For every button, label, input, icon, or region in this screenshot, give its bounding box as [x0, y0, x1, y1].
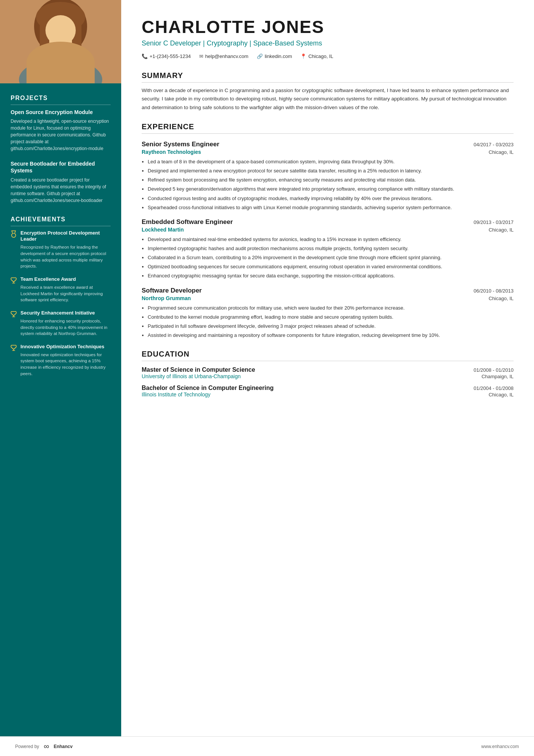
- svg-rect-5: [72, 19, 81, 49]
- achievement-item-2: Team Excellence Award Received a team ex…: [11, 276, 111, 303]
- job-1-bullet-1: Led a team of 8 in the development of a …: [148, 158, 514, 166]
- email-contact: ✉ help@enhancv.com: [199, 53, 248, 59]
- summary-text: With over a decade of experience in C pr…: [142, 86, 514, 112]
- svg-point-10: [19, 59, 102, 83]
- linkedin-url: linkedin.com: [265, 53, 292, 59]
- phone-contact: 📞 +1-(234)-555-1234: [142, 53, 191, 59]
- enhancv-symbol: ∞: [44, 742, 49, 751]
- job-2-dates: 09/2013 - 03/2017: [473, 219, 514, 225]
- job-2-header: Embedded Software Engineer 09/2013 - 03/…: [142, 218, 514, 226]
- sidebar-content: PROJECTS Open Source Encryption Module D…: [0, 83, 121, 756]
- edu-1-dates: 01/2008 - 01/2010: [473, 367, 514, 373]
- edu-1: Master of Science in Computer Science 01…: [142, 366, 514, 379]
- powered-by-label: Powered by: [15, 744, 39, 749]
- job-2-company-row: Lockheed Martin Chicago, IL: [142, 227, 514, 233]
- project-2-title: Secure Bootloader for Embedded Systems: [11, 160, 111, 174]
- job-3-dates: 06/2010 - 08/2013: [473, 288, 514, 294]
- job-1-bullet-3: Refined system boot processing and file …: [148, 176, 514, 184]
- achievement-item-1: Encryption Protocol Development Leader R…: [11, 230, 111, 269]
- photo-placeholder: [0, 0, 121, 83]
- job-3: Software Developer 06/2010 - 08/2013 Nor…: [142, 287, 514, 340]
- medal-icon: [11, 230, 17, 269]
- trophy-icon-1: [11, 277, 17, 303]
- job-2-location: Chicago, IL: [489, 227, 514, 233]
- svg-point-6: [51, 31, 56, 35]
- achievements-title: ACHIEVEMENTS: [11, 216, 111, 226]
- edu-2-location: Chicago, IL: [489, 392, 514, 398]
- phone-icon: 📞: [142, 53, 148, 59]
- project-item-2: Secure Bootloader for Embedded Systems C…: [11, 160, 111, 203]
- achievement-item-4: Innovative Optimization Techniques Innov…: [11, 344, 111, 377]
- project-1-desc: Developed a lightweight, open-source enc…: [11, 118, 111, 152]
- footer-powered-by: Powered by ∞ Enhancv: [15, 742, 73, 751]
- job-3-location: Chicago, IL: [489, 296, 514, 301]
- achievement-4-title: Innovative Optimization Techniques: [20, 344, 111, 350]
- job-3-bullet-2: Contributed to the kernel module program…: [148, 313, 514, 321]
- achievement-2-desc: Received a team excellence award at Lock…: [20, 284, 111, 303]
- project-1-title: Open Source Encryption Module: [11, 109, 111, 116]
- edu-2-dates: 01/2004 - 01/2008: [473, 385, 514, 391]
- job-2-company: Lockheed Martin: [142, 227, 184, 233]
- location-text: Chicago, IL: [308, 53, 333, 59]
- trophy-icon-2: [11, 310, 17, 337]
- sidebar: PROJECTS Open Source Encryption Module D…: [0, 0, 121, 756]
- edu-1-row: Master of Science in Computer Science 01…: [142, 366, 514, 373]
- achievements-section: ACHIEVEMENTS Encryption Protocol Develop…: [11, 216, 111, 377]
- job-1-bullet-2: Designed and implemented a new encryptio…: [148, 167, 514, 175]
- job-2-bullets: Developed and maintained real-time embed…: [148, 236, 514, 280]
- edu-1-location: Champaign, IL: [481, 374, 514, 379]
- job-3-title: Software Developer: [142, 287, 202, 294]
- svg-point-11: [12, 233, 16, 237]
- edu-2-school-row: Illinois Institute of Technology Chicago…: [142, 391, 514, 398]
- achievement-1-desc: Recognized by Raytheon for leading the d…: [20, 244, 111, 269]
- achievement-2-title: Team Excellence Award: [20, 276, 111, 283]
- job-3-header: Software Developer 06/2010 - 08/2013: [142, 287, 514, 294]
- edu-2: Bachelor of Science in Computer Engineer…: [142, 385, 514, 398]
- job-1-company-row: Raytheon Technologies Chicago, IL: [142, 149, 514, 155]
- job-1-dates: 04/2017 - 03/2023: [473, 142, 514, 147]
- education-title: EDUCATION: [142, 350, 514, 361]
- job-2-title: Embedded Software Engineer: [142, 218, 233, 226]
- svg-point-7: [65, 31, 70, 35]
- header: CHARLOTTE JONES Senior C Developer | Cry…: [142, 17, 514, 59]
- job-3-company-row: Northrop Grumman Chicago, IL: [142, 295, 514, 301]
- trophy-icon-3: [11, 344, 17, 377]
- job-3-bullet-1: Programmed secure communication protocol…: [148, 304, 514, 312]
- phone-number: +1-(234)-555-1234: [150, 53, 191, 59]
- linkedin-icon: 🔗: [257, 53, 263, 59]
- job-1-bullet-4: Developed 5 key generation/derivation al…: [148, 185, 514, 193]
- location-icon: 📍: [300, 53, 306, 59]
- job-1-bullets: Led a team of 8 in the development of a …: [148, 158, 514, 211]
- job-2: Embedded Software Engineer 09/2013 - 03/…: [142, 218, 514, 280]
- achievements-list: Encryption Protocol Development Leader R…: [11, 230, 111, 377]
- job-3-bullet-3: Participated in full software developmen…: [148, 322, 514, 330]
- contact-bar: 📞 +1-(234)-555-1234 ✉ help@enhancv.com 🔗…: [142, 53, 514, 59]
- edu-2-row: Bachelor of Science in Computer Engineer…: [142, 385, 514, 391]
- achievement-3-title: Security Enhancement Initiative: [20, 310, 111, 316]
- main-content: CHARLOTTE JONES Senior C Developer | Cry…: [121, 0, 534, 756]
- job-1-title: Senior Systems Engineer: [142, 141, 219, 148]
- job-1-location: Chicago, IL: [489, 149, 514, 155]
- job-3-bullet-4: Assisted in developing and maintaining a…: [148, 332, 514, 339]
- achievement-1-title: Encryption Protocol Development Leader: [20, 230, 111, 243]
- candidate-title: Senior C Developer | Cryptography | Spac…: [142, 39, 514, 48]
- achievement-body-1: Encryption Protocol Development Leader R…: [20, 230, 111, 269]
- location-contact: 📍 Chicago, IL: [300, 53, 333, 59]
- job-1-header: Senior Systems Engineer 04/2017 - 03/202…: [142, 141, 514, 148]
- achievement-3-desc: Honored for enhancing security protocols…: [20, 318, 111, 337]
- edu-2-degree: Bachelor of Science in Computer Engineer…: [142, 385, 274, 391]
- experience-title: EXPERIENCE: [142, 122, 514, 134]
- achievement-4-desc: Innovated new optimization techniques fo…: [20, 352, 111, 377]
- achievement-body-4: Innovative Optimization Techniques Innov…: [20, 344, 111, 377]
- project-2-desc: Created a secure bootloader project for …: [11, 177, 111, 204]
- job-1-bullet-6: Spearheaded cross-functional initiatives…: [148, 204, 514, 211]
- svg-point-8: [53, 32, 56, 35]
- profile-photo: [0, 0, 121, 83]
- edu-1-school-row: University of Illinois at Urbana-Champai…: [142, 373, 514, 379]
- edu-1-degree: Master of Science in Computer Science: [142, 366, 255, 373]
- job-1-company: Raytheon Technologies: [142, 149, 201, 155]
- svg-point-9: [67, 32, 69, 35]
- project-item-1: Open Source Encryption Module Developed …: [11, 109, 111, 152]
- edu-1-school: University of Illinois at Urbana-Champai…: [142, 373, 240, 379]
- achievement-item-3: Security Enhancement Initiative Honored …: [11, 310, 111, 337]
